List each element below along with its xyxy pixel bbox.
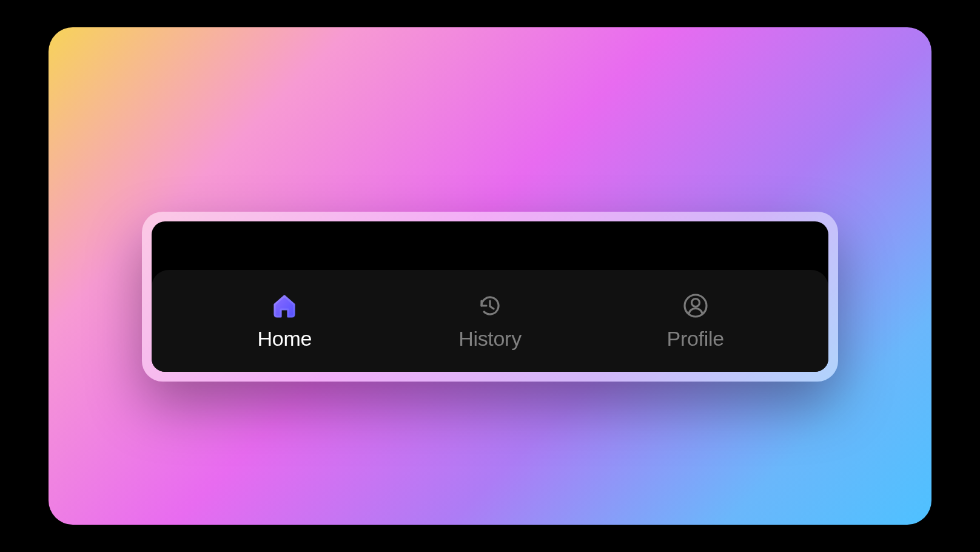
nav-label-profile: Profile xyxy=(667,327,724,351)
nav-item-profile[interactable]: Profile xyxy=(592,289,798,351)
component-frame: Home History xyxy=(142,212,838,382)
nav-item-home[interactable]: Home xyxy=(182,289,388,351)
home-icon xyxy=(268,289,301,322)
gradient-canvas: Home History xyxy=(49,27,931,525)
device-window: Home History xyxy=(152,221,828,372)
nav-label-home: Home xyxy=(258,327,312,351)
nav-item-history[interactable]: History xyxy=(388,289,593,351)
nav-label-history: History xyxy=(458,327,522,351)
profile-icon xyxy=(679,289,712,322)
history-icon xyxy=(474,289,506,322)
bottom-nav-bar: Home History xyxy=(152,270,828,372)
svg-point-1 xyxy=(691,298,699,306)
